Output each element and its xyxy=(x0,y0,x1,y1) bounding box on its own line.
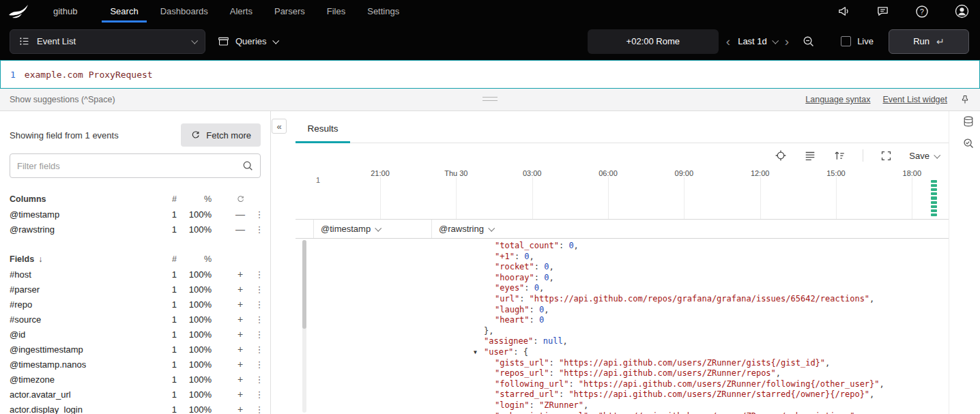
field-menu-icon[interactable]: ⋮ xyxy=(253,284,266,295)
row-layout-icon[interactable] xyxy=(804,149,816,162)
sync-columns-icon[interactable] xyxy=(228,195,253,204)
nav-item-alerts[interactable]: Alerts xyxy=(219,0,263,23)
field-row-@rawstring[interactable]: @rawstring1100%—⋮ xyxy=(0,222,270,237)
time-range-button[interactable]: Last 1d xyxy=(738,36,777,46)
zoom-out-time-icon[interactable] xyxy=(802,35,815,48)
event-histogram[interactable]: 1 21:00Thu 3003:0006:0009:0012:0015:0018… xyxy=(296,168,949,220)
field-row-#host[interactable]: #host1100%+⋮ xyxy=(0,267,270,282)
resize-handle[interactable] xyxy=(482,97,498,101)
add-to-columns-button[interactable]: + xyxy=(228,299,253,310)
add-to-columns-button[interactable]: + xyxy=(228,404,253,414)
field-menu-icon[interactable]: ⋮ xyxy=(253,404,266,414)
inspect-event-icon[interactable] xyxy=(775,149,787,162)
json-line: ▼"user": { xyxy=(313,347,949,358)
nav-item-settings[interactable]: Settings xyxy=(356,0,410,23)
add-to-columns-button[interactable]: + xyxy=(228,269,253,280)
field-row-@timestamp.nanos[interactable]: @timestamp.nanos1100%+⋮ xyxy=(0,357,270,372)
field-menu-icon[interactable]: ⋮ xyxy=(253,314,266,325)
add-to-columns-button[interactable]: + xyxy=(228,344,253,355)
field-row-actor.avatar_url[interactable]: actor.avatar_url1100%+⋮ xyxy=(0,387,270,402)
histogram-bar-segment xyxy=(931,192,937,195)
pin-editor-icon[interactable] xyxy=(960,94,970,105)
falcon-logo-icon[interactable] xyxy=(8,3,35,20)
field-menu-icon[interactable]: ⋮ xyxy=(253,224,266,235)
collapse-node-icon[interactable]: ▼ xyxy=(474,347,477,358)
field-row-#repo[interactable]: #repo1100%+⋮ xyxy=(0,297,270,312)
rawstring-json-view[interactable]: "total_count": 0,"+1": 0,"rocket": 0,"ho… xyxy=(313,239,949,414)
add-to-columns-button[interactable]: + xyxy=(228,284,253,295)
field-row-#parser[interactable]: #parser1100%+⋮ xyxy=(0,282,270,297)
field-name: #repo xyxy=(10,299,149,310)
sort-order-icon[interactable] xyxy=(833,149,846,162)
field-row-@ingesttimestamp[interactable]: @ingesttimestamp1100%+⋮ xyxy=(0,342,270,357)
language-syntax-link[interactable]: Language syntax xyxy=(805,95,870,104)
save-button[interactable]: Save xyxy=(909,151,939,161)
time-shift-back-button[interactable]: ‹ xyxy=(719,35,738,48)
histogram-bar[interactable] xyxy=(931,180,937,216)
json-line: "heart": 0 xyxy=(313,315,949,326)
announcements-icon[interactable] xyxy=(837,5,850,18)
run-button[interactable]: Run ↵ xyxy=(889,29,969,54)
add-to-columns-button[interactable]: + xyxy=(228,374,253,385)
nav-item-search[interactable]: Search xyxy=(99,0,149,23)
view-selector[interactable]: Event List xyxy=(10,29,205,54)
field-row-#source[interactable]: #source1100%+⋮ xyxy=(0,312,270,327)
field-count: 1 xyxy=(149,314,177,325)
add-to-columns-button[interactable]: + xyxy=(228,359,253,370)
field-count: 1 xyxy=(149,359,177,370)
remove-column-button[interactable]: — xyxy=(228,209,253,220)
nav-item-parsers[interactable]: Parsers xyxy=(263,0,316,23)
scrollbar-track[interactable] xyxy=(302,240,306,413)
filter-fields-input[interactable] xyxy=(10,154,260,177)
field-menu-icon[interactable]: ⋮ xyxy=(253,299,266,310)
field-count: 1 xyxy=(149,224,177,235)
fullscreen-icon[interactable] xyxy=(880,150,892,162)
field-menu-icon[interactable]: ⋮ xyxy=(253,389,266,400)
field-menu-icon[interactable]: ⋮ xyxy=(253,344,266,355)
histogram-bar-segment xyxy=(931,184,937,187)
repository-name[interactable]: github xyxy=(53,6,77,16)
nav-item-files[interactable]: Files xyxy=(316,0,356,23)
tab-results[interactable]: Results xyxy=(296,123,350,143)
topnav-icons: ? xyxy=(837,4,969,18)
add-to-columns-button[interactable]: + xyxy=(228,329,253,340)
field-name: @id xyxy=(10,329,149,340)
field-menu-icon[interactable]: ⋮ xyxy=(253,359,266,370)
add-to-columns-button[interactable]: + xyxy=(228,314,253,325)
feedback-icon[interactable] xyxy=(876,5,889,18)
add-to-columns-button[interactable]: + xyxy=(228,389,253,400)
query-editor[interactable]: 1 example.com ProxyRequest xyxy=(0,60,980,89)
query-text[interactable]: example.com ProxyRequest xyxy=(25,70,153,80)
nav-item-dashboards[interactable]: Dashboards xyxy=(149,0,219,23)
field-row-@timestamp[interactable]: @timestamp1100%—⋮ xyxy=(0,207,270,222)
field-row-actor.display_login[interactable]: actor.display_login1100%+⋮ xyxy=(0,402,270,414)
column-header-timestamp[interactable]: @timestamp xyxy=(313,220,431,238)
scrollbar-thumb[interactable] xyxy=(302,240,306,329)
data-sources-icon[interactable] xyxy=(962,115,975,128)
field-menu-icon[interactable]: ⋮ xyxy=(253,209,266,220)
results-panel: Results xyxy=(296,111,949,414)
user-avatar[interactable] xyxy=(955,4,969,18)
fetch-more-button[interactable]: Fetch more xyxy=(181,123,261,147)
help-icon[interactable]: ? xyxy=(915,5,929,18)
collapse-fields-panel-button[interactable]: « xyxy=(272,119,287,134)
field-row-@timezone[interactable]: @timezone1100%+⋮ xyxy=(0,372,270,387)
field-menu-icon[interactable]: ⋮ xyxy=(253,374,266,385)
queries-button[interactable]: Queries xyxy=(218,35,278,47)
query-monitor-icon[interactable] xyxy=(962,137,975,149)
time-shift-forward-button[interactable]: › xyxy=(777,35,796,48)
field-menu-icon[interactable]: ⋮ xyxy=(253,269,266,280)
remove-column-button[interactable]: — xyxy=(228,224,253,235)
event-list-widget-link[interactable]: Event List widget xyxy=(883,95,948,104)
field-percent: 100% xyxy=(177,404,212,414)
column-header-rawstring[interactable]: @rawstring xyxy=(431,220,949,238)
live-toggle[interactable]: Live xyxy=(841,36,874,46)
field-row-@id[interactable]: @id1100%+⋮ xyxy=(0,327,270,342)
sort-descending-icon[interactable]: ↓ xyxy=(38,254,42,264)
field-percent: 100% xyxy=(177,224,212,235)
field-percent: 100% xyxy=(177,329,212,340)
field-menu-icon[interactable]: ⋮ xyxy=(253,329,266,340)
gridline xyxy=(836,177,837,219)
live-checkbox[interactable] xyxy=(841,36,851,46)
timezone-button[interactable]: +02:00 Rome xyxy=(588,29,719,54)
